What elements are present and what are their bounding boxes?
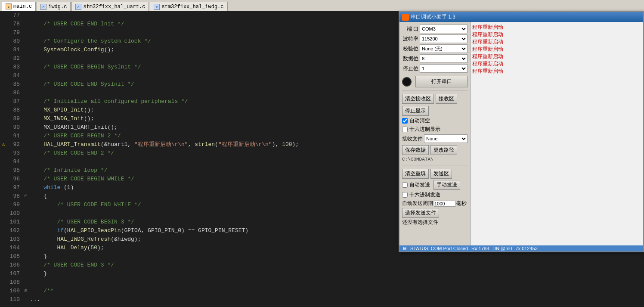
stop-display-button[interactable]: 停止显示 bbox=[402, 106, 429, 116]
manual-send-button[interactable]: 手动发送 bbox=[433, 180, 460, 190]
fold-gutter[interactable]: ⊟ bbox=[23, 192, 28, 201]
line-content: } bbox=[28, 252, 644, 261]
stop-label: 停止位 bbox=[402, 65, 418, 72]
fold-gutter[interactable] bbox=[23, 132, 28, 140]
line-number: 96 bbox=[7, 175, 23, 183]
tab-bar: c main.c c iwdg.c c stm32f1xx_hal_uart.c… bbox=[0, 0, 644, 11]
fold-gutter[interactable] bbox=[23, 201, 28, 209]
fold-gutter[interactable] bbox=[23, 252, 28, 261]
fold-gutter[interactable] bbox=[23, 20, 28, 28]
comment-text: /* USER CODE END SysInit */ bbox=[30, 81, 134, 87]
recv-btn-row: 清空接收区 接收区 bbox=[402, 94, 468, 104]
fold-gutter[interactable] bbox=[23, 37, 28, 46]
warning-col bbox=[0, 54, 7, 63]
recv-file-select[interactable]: None bbox=[424, 134, 468, 143]
fold-gutter[interactable] bbox=[23, 261, 28, 270]
comment-text: /** bbox=[30, 288, 54, 294]
uart-close: ); bbox=[292, 141, 299, 148]
comment-text: /* USER CODE END 2 */ bbox=[30, 150, 114, 156]
clear-send-button[interactable]: 清空重填 bbox=[402, 169, 429, 179]
stop-row: 停止位 1 bbox=[402, 64, 468, 73]
fold-gutter[interactable] bbox=[23, 158, 28, 166]
ms-label: 毫秒 bbox=[456, 200, 467, 207]
tab-hal-iwdg[interactable]: c stm32f1xx_hal_iwdg.c bbox=[150, 2, 227, 11]
fold-gutter[interactable] bbox=[23, 235, 28, 244]
fold-gutter[interactable] bbox=[23, 270, 28, 278]
code-line: 106 /* USER CODE END 3 */ bbox=[0, 261, 644, 270]
fold-gutter[interactable] bbox=[23, 63, 28, 71]
func-name: SystemClock_Config bbox=[43, 47, 104, 53]
auto-send-period-input[interactable] bbox=[434, 201, 455, 207]
baud-select[interactable]: 115200 bbox=[420, 34, 468, 43]
fold-gutter[interactable] bbox=[23, 54, 28, 63]
fold-gutter[interactable] bbox=[23, 218, 28, 226]
editor-container: 7778 /* USER CODE END Init */7980 /* Con… bbox=[0, 11, 644, 307]
serial-recv-area[interactable]: 程序重新启动程序重新启动程序重新启动程序重新启动程序重新启动程序重新启动程序重新… bbox=[471, 22, 643, 245]
auto-clear-checkbox[interactable] bbox=[402, 118, 408, 124]
tab-hal-uart[interactable]: c stm32f1xx_hal_uart.c bbox=[71, 2, 149, 11]
hex-display-checkbox[interactable] bbox=[402, 127, 408, 132]
hex-send-checkbox[interactable] bbox=[402, 192, 408, 198]
tab-iwdg-c[interactable]: c iwdg.c bbox=[37, 2, 71, 11]
fold-gutter[interactable] bbox=[23, 209, 28, 218]
fold-gutter[interactable] bbox=[23, 11, 28, 20]
stop-select[interactable]: 1 bbox=[420, 64, 468, 73]
uart-args-open: (&huart1, bbox=[101, 141, 134, 148]
send-button[interactable]: 发送区 bbox=[430, 169, 452, 179]
fold-gutter[interactable] bbox=[23, 175, 28, 183]
recv-line: 程序重新启动 bbox=[472, 60, 641, 68]
recv-line: 程序重新启动 bbox=[472, 46, 641, 53]
fold-gutter[interactable] bbox=[23, 140, 28, 149]
auto-send-row: 自动发送 手动发送 bbox=[402, 180, 468, 190]
tab-icon-hal-uart: c bbox=[75, 4, 81, 10]
fold-gutter[interactable] bbox=[23, 97, 28, 106]
line-number: 86 bbox=[7, 89, 23, 97]
comment-text: /* Infinite loop */ bbox=[30, 167, 107, 174]
check-select[interactable]: None (无) bbox=[420, 44, 468, 53]
fold-gutter[interactable] bbox=[23, 244, 28, 252]
recv-area-button[interactable]: 接收区 bbox=[436, 94, 457, 104]
fold-gutter[interactable] bbox=[23, 123, 28, 132]
tab-main-c[interactable]: c main.c bbox=[2, 2, 36, 11]
line-number: 99 bbox=[7, 201, 23, 209]
fold-gutter[interactable] bbox=[23, 226, 28, 235]
line-number: 84 bbox=[7, 71, 23, 80]
fold-gutter[interactable] bbox=[23, 166, 28, 175]
warning-col bbox=[0, 166, 7, 175]
fold-gutter[interactable] bbox=[23, 46, 28, 54]
baud-label: 波特率 bbox=[402, 35, 418, 43]
func-gpio-read: HAL_GPIO_ReadPin bbox=[67, 227, 121, 234]
change-path-button[interactable]: 更改路径 bbox=[430, 145, 457, 155]
auto-send-period-label: 自动发送周期 bbox=[402, 200, 433, 207]
data-select[interactable]: 8 bbox=[420, 54, 468, 63]
save-data-button[interactable]: 保存数据 bbox=[402, 145, 429, 155]
warning-col bbox=[0, 183, 7, 192]
line-number: 106 bbox=[7, 261, 23, 270]
warning-col bbox=[0, 20, 7, 28]
warning-col bbox=[0, 158, 7, 166]
line-number: 89 bbox=[7, 115, 23, 123]
line-number: 100 bbox=[7, 209, 23, 218]
auto-send-checkbox[interactable] bbox=[402, 182, 408, 188]
fold-gutter[interactable] bbox=[23, 149, 28, 158]
warning-col bbox=[0, 28, 7, 37]
fold-gutter[interactable] bbox=[23, 115, 28, 123]
fold-gutter[interactable] bbox=[23, 89, 28, 97]
fold-gutter[interactable] bbox=[23, 295, 28, 304]
strlen-close: ), bbox=[272, 141, 282, 148]
serial-window: 串口调试小助手 1.3 端 口 COM3 波特率 115200 bbox=[399, 11, 644, 252]
fold-gutter[interactable]: ⊟ bbox=[23, 287, 28, 295]
fold-gutter[interactable] bbox=[23, 106, 28, 115]
fold-gutter[interactable] bbox=[23, 278, 28, 287]
fold-gutter[interactable] bbox=[23, 71, 28, 80]
port-select[interactable]: COM3 bbox=[420, 25, 468, 33]
clear-recv-button[interactable]: 清空接收区 bbox=[402, 94, 434, 104]
select-file-button[interactable]: 选择发送文件 bbox=[402, 208, 439, 218]
fold-gutter[interactable] bbox=[23, 80, 28, 89]
open-port-button[interactable]: 打开串口 bbox=[415, 76, 468, 87]
line-content: ... bbox=[28, 295, 644, 304]
comment-text: /* USER CODE END 3 */ bbox=[30, 262, 114, 268]
fold-gutter[interactable] bbox=[23, 183, 28, 192]
func-strlen: strlen bbox=[195, 141, 215, 148]
fold-gutter[interactable] bbox=[23, 28, 28, 37]
